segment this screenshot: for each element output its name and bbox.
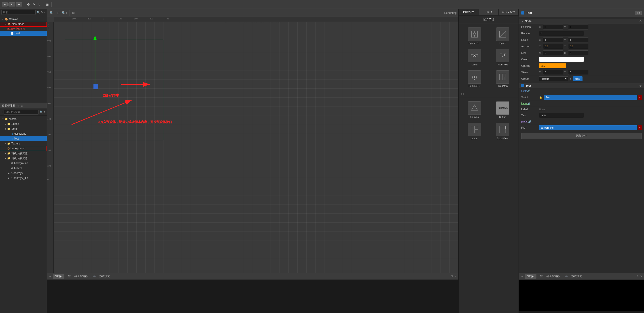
prop-row-pre-badge: prefab🔗: [519, 119, 644, 125]
toolbar-move[interactable]: ✥: [26, 2, 31, 7]
node-section-header[interactable]: ▼ Node ⚙: [519, 19, 644, 24]
remove-pre-btn[interactable]: ✕: [638, 125, 642, 130]
render-nodes-grid: Splash S... Sprite: [459, 23, 518, 91]
asset-item-assets[interactable]: ▼ 📁 assets: [0, 117, 47, 122]
asset-item-plane-assets2[interactable]: ▼ 📁 飞机大战资源: [0, 156, 47, 161]
script-badge-link[interactable]: script🔗: [521, 90, 530, 92]
prop-row-rotation: Rotation: [519, 30, 644, 37]
node-item-label[interactable]: TXT Label: [461, 48, 488, 67]
node-checkbox[interactable]: ✓: [521, 11, 524, 14]
node-item-tiled-map[interactable]: TiledMap: [490, 69, 516, 89]
tree-item-canvas[interactable]: ▼ 🎨 Canvas: [0, 17, 47, 22]
toolbar-play[interactable]: ▶: [2, 2, 8, 6]
add-component-btn[interactable]: 添加组件: [521, 133, 642, 139]
test-component-checkbox[interactable]: ✓: [521, 84, 524, 87]
toolbar-stop[interactable]: ⏹: [16, 2, 22, 6]
splash-screen-icon: [470, 30, 478, 38]
input-text[interactable]: [539, 113, 584, 118]
label-badge-link[interactable]: Label🔗: [521, 102, 530, 105]
asset-item-helloworld[interactable]: Ts Helloworld: [0, 131, 47, 136]
remove-script-btn[interactable]: ✕: [638, 95, 642, 100]
input-opacity[interactable]: [539, 63, 566, 68]
bottom-close-icon[interactable]: ✕: [454, 275, 456, 278]
group-select[interactable]: default: [539, 76, 568, 81]
right-expand-icon[interactable]: ⊡: [636, 275, 638, 278]
node-item-rich-text[interactable]: TxT Rich Text: [490, 48, 516, 67]
asset-item-plane-assets[interactable]: ► 📁 飞机大战资源: [0, 151, 47, 156]
refresh-icon[interactable]: ↻: [41, 11, 43, 14]
asset-filter-icon[interactable]: ≡: [44, 111, 46, 114]
input-rotation[interactable]: [539, 31, 584, 36]
input-scale-y[interactable]: [568, 37, 588, 42]
input-script[interactable]: [544, 95, 637, 100]
scene-search-input[interactable]: [1, 10, 36, 15]
sort-asset-icon[interactable]: ≡: [21, 104, 22, 107]
toolbar-scale[interactable]: ⤡: [37, 2, 41, 7]
toolbar-rotate[interactable]: ↻: [32, 2, 36, 7]
group-edit-btn[interactable]: 编辑: [573, 76, 582, 81]
color-swatch[interactable]: [539, 57, 584, 62]
input-anchor-y[interactable]: [568, 44, 588, 49]
tab-console-right[interactable]: 控制台: [525, 274, 536, 279]
node-item-particle[interactable]: ParticleS...: [461, 69, 488, 89]
button-icon-box: Button: [496, 101, 510, 115]
asset-item-script[interactable]: ▼ 📁 Script: [0, 126, 47, 131]
tab-cloud-components[interactable]: 云组件: [478, 9, 498, 15]
toolbar-snap[interactable]: ⊞: [45, 2, 50, 7]
prop-label-text: Text: [521, 114, 539, 117]
input-skew-x[interactable]: [543, 70, 563, 75]
copy-asset-icon[interactable]: ⎘: [18, 104, 20, 107]
node-section-gear[interactable]: ⚙: [639, 20, 642, 23]
asset-item-enemy0-die[interactable]: ► ◇ enemy0_die: [0, 175, 47, 180]
node-item-splash-screen[interactable]: Splash S...: [461, 26, 488, 46]
asset-search-input[interactable]: [4, 110, 39, 115]
zoom-out-btn[interactable]: 🔍-: [49, 11, 56, 15]
ts-icon-test: Ts: [10, 138, 13, 140]
node-item-layout[interactable]: Layout: [461, 122, 488, 141]
right-close-icon[interactable]: ✕: [640, 275, 642, 278]
input-size-w[interactable]: [543, 50, 563, 55]
tab-console[interactable]: 控制台: [53, 274, 64, 279]
asset-item-background2[interactable]: 🖼 background: [0, 161, 47, 166]
asset-item-background[interactable]: ⬡ background: [0, 146, 47, 151]
tab-builtin-controls[interactable]: 内置控件: [459, 9, 478, 15]
add-asset-icon[interactable]: +: [16, 104, 18, 107]
asset-item-test-script[interactable]: Ts Test: [0, 136, 47, 141]
input-pre[interactable]: [539, 125, 637, 130]
input-skew-y[interactable]: [568, 70, 588, 75]
asset-search-go[interactable]: 🔍: [40, 111, 43, 114]
zoom-in-btn[interactable]: 🔍+: [61, 11, 68, 15]
zoom-reset-btn[interactable]: ⊡: [56, 11, 60, 15]
tab-animation-editor[interactable]: 动画编辑器: [72, 274, 90, 279]
tab-anim-right[interactable]: 动画编辑器: [544, 274, 562, 279]
tree-item-test[interactable]: 📄 Test: [0, 31, 47, 36]
settings-icon[interactable]: ≡: [44, 11, 46, 14]
asset-item-enemy0[interactable]: ► ◇ enemy0: [0, 170, 47, 175]
input-anchor-x[interactable]: [543, 44, 563, 49]
toolbar-pause[interactable]: ⏸: [8, 2, 15, 6]
node-item-canvas-ui[interactable]: Canvas: [461, 100, 488, 120]
bottom-expand-icon[interactable]: ⊡: [451, 275, 453, 278]
asset-item-bullet[interactable]: 🖼 bullet1: [0, 166, 47, 170]
tab-game-preview[interactable]: 游戏预览: [98, 274, 112, 279]
node-item-sprite[interactable]: Sprite: [490, 26, 516, 46]
input-position-x[interactable]: [543, 24, 563, 29]
tab-game-right[interactable]: 游戏预览: [570, 274, 584, 279]
btn-3d[interactable]: 3D: [634, 11, 642, 15]
prefab-badge-link[interactable]: prefab🔗: [521, 120, 531, 123]
test-component-gear[interactable]: ⚙: [639, 84, 642, 87]
grid-toggle[interactable]: ⊞: [71, 11, 76, 15]
input-scale-x[interactable]: [543, 37, 563, 42]
tab-custom-controls[interactable]: 自定义控件: [499, 9, 518, 15]
canvas-viewport[interactable]: 使用鼠标右键平移视图焦点，使用滚轮缩放视图 -200 -100 0 100 20…: [47, 17, 458, 273]
input-position-y[interactable]: [568, 24, 588, 29]
input-size-h[interactable]: [568, 50, 588, 55]
search-icon[interactable]: 🔍: [36, 11, 40, 14]
asset-add-icon[interactable]: +: [1, 111, 3, 114]
asset-item-texture[interactable]: ► 📁 Texture: [0, 141, 47, 146]
node-item-button[interactable]: Button Button: [490, 100, 516, 120]
v-ruler-mark-500: 500: [48, 102, 51, 105]
tree-item-new-node[interactable]: ▼ 📦 New Node: [0, 22, 47, 26]
asset-item-scene[interactable]: ► 📁 Scene: [0, 122, 47, 126]
node-item-scroll-view[interactable]: ScrollView: [490, 122, 516, 141]
